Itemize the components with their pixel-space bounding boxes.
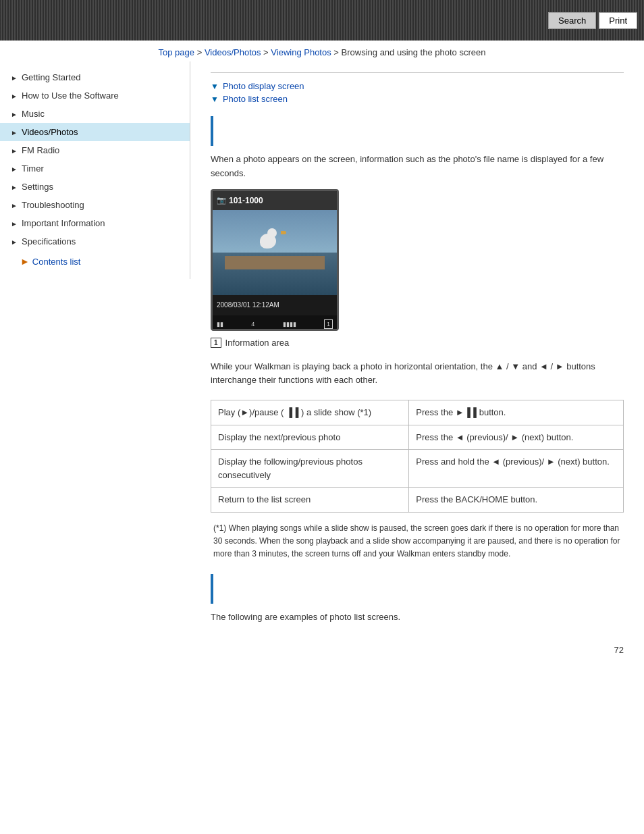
photo-list-title-row	[211, 574, 624, 604]
photo-list-link-label: Photo list screen	[223, 94, 288, 104]
sidebar-item-label: Music	[22, 109, 45, 119]
action-cell: Display the next/previous photo	[211, 425, 409, 450]
footnote: (*1) When playing songs while a slide sh…	[211, 522, 624, 561]
device-photo-area	[213, 210, 337, 295]
sidebar-item-music[interactable]: ► Music	[0, 105, 190, 123]
triangle-icon: ▼	[211, 95, 219, 104]
sidebar-item-label: Settings	[22, 182, 53, 192]
battery-icon: ▮▮▮▮	[283, 321, 296, 328]
arrow-icon: ►	[11, 111, 18, 118]
sidebar: ► Getting Started ► How to Use the Softw…	[0, 61, 190, 279]
photo-list-intro: The following are examples of photo list…	[211, 610, 624, 625]
playback-note: While your Walkman is playing back a pho…	[211, 360, 624, 388]
info-box-number: 1	[211, 338, 221, 348]
arrow-icon: ►	[11, 220, 18, 227]
triangle-icon: ▼	[211, 82, 219, 91]
section-links: ▼ Photo display screen ▼ Photo list scre…	[211, 81, 624, 104]
sidebar-item-label: Troubleshooting	[22, 200, 84, 210]
photo-display-link[interactable]: ▼ Photo display screen	[211, 81, 624, 91]
photo-display-link-label: Photo display screen	[223, 81, 304, 91]
arrow-icon: ►	[11, 147, 18, 154]
photo-display-intro: When a photo appears on the screen, info…	[211, 153, 624, 181]
contents-list-label: Contents list	[32, 257, 81, 267]
info-area-text: Information area	[225, 338, 290, 348]
sidebar-item-how-to-use[interactable]: ► How to Use the Software	[0, 86, 190, 105]
device-filename: 101-1000	[229, 196, 263, 205]
table-row: Display the next/previous photoPress the…	[211, 425, 624, 450]
sidebar-item-label: Videos/Photos	[22, 127, 78, 137]
device-image: 📷 101-1000 2008/03/01 12:	[211, 189, 346, 331]
device-top-bar: 📷 101-1000	[213, 191, 337, 210]
callout-number: 1	[324, 319, 333, 329]
device-screen: 📷 101-1000 2008/03/01 12:	[211, 189, 339, 331]
table-row: Display the following/previous photos co…	[211, 450, 624, 488]
arrow-icon: ►	[11, 202, 18, 209]
sidebar-item-label: Getting Started	[22, 72, 80, 82]
breadcrumb-videos-photos[interactable]: Videos/Photos	[205, 47, 261, 57]
bird-scene	[213, 210, 337, 295]
sidebar-item-label: Timer	[22, 163, 44, 174]
header: Search Print	[0, 0, 644, 41]
breadcrumb-sep1: >	[197, 47, 205, 57]
sidebar-item-settings[interactable]: ► Settings	[0, 178, 190, 196]
instruction-cell: Press the ◄ (previous)/ ► (next) button.	[409, 425, 624, 450]
breadcrumb-sep3: >	[333, 47, 341, 57]
camera-icon: 📷	[217, 196, 226, 205]
info-area-label: 1 Information area	[211, 338, 624, 348]
action-cell: Play (►)/pause ( ▐▐ ) a slide show (*1)	[211, 400, 409, 425]
arrow-icon: ►	[11, 129, 18, 136]
sidebar-item-getting-started[interactable]: ► Getting Started	[0, 68, 190, 86]
device-counter: 4	[251, 321, 254, 328]
device-controls: ▮▮ 4 ▮▮▮▮ 1	[213, 315, 337, 331]
action-cell: Display the following/previous photos co…	[211, 450, 409, 488]
sidebar-item-label: FM Radio	[22, 145, 59, 155]
action-cell: Return to the list screen	[211, 488, 409, 513]
instruction-cell: Press and hold the ◄ (previous)/ ► (next…	[409, 450, 624, 488]
print-button[interactable]: Print	[599, 12, 637, 29]
breadcrumb-viewing-photos[interactable]: Viewing Photos	[271, 47, 331, 57]
sidebar-item-label: Important Information	[22, 218, 105, 228]
device-bottom-bar: 2008/03/01 12:12AM	[213, 295, 337, 315]
breadcrumb-top-page[interactable]: Top page	[159, 47, 195, 57]
action-table: Play (►)/pause ( ▐▐ ) a slide show (*1)P…	[211, 400, 624, 513]
top-divider	[211, 72, 624, 73]
dock	[225, 256, 324, 269]
device-datetime: 2008/03/01 12:12AM	[217, 301, 279, 309]
contents-list-link[interactable]: ► Contents list	[0, 251, 190, 272]
arrow-right-icon: ►	[20, 256, 30, 267]
section-bar	[211, 574, 213, 604]
sidebar-item-specifications[interactable]: ► Specifications	[0, 232, 190, 251]
arrow-icon: ►	[11, 238, 18, 245]
sidebar-item-label: How to Use the Software	[22, 90, 119, 101]
sidebar-item-troubleshooting[interactable]: ► Troubleshooting	[0, 196, 190, 214]
arrow-icon: ►	[11, 184, 18, 190]
sidebar-item-timer[interactable]: ► Timer	[0, 159, 190, 178]
pause-icon: ▮▮	[217, 321, 223, 328]
instruction-cell: Press the ►▐▐ button.	[409, 400, 624, 425]
search-button[interactable]: Search	[548, 12, 596, 29]
footnote-text: (*1) When playing songs while a slide sh…	[213, 523, 620, 558]
arrow-icon: ►	[11, 74, 18, 81]
sidebar-item-fm-radio[interactable]: ► FM Radio	[0, 141, 190, 159]
main-content: ▼ Photo display screen ▼ Photo list scre…	[190, 61, 644, 638]
breadcrumb-current: Browsing and using the photo screen	[342, 47, 486, 57]
table-row: Return to the list screenPress the BACK/…	[211, 488, 624, 513]
photo-display-title-row	[211, 116, 624, 146]
photo-list-link[interactable]: ▼ Photo list screen	[211, 94, 624, 104]
breadcrumb-sep2: >	[263, 47, 271, 57]
sidebar-item-important-information[interactable]: ► Important Information	[0, 214, 190, 232]
breadcrumb: Top page > Videos/Photos > Viewing Photo…	[0, 41, 644, 61]
page-number: 72	[0, 638, 644, 662]
bird-beak	[281, 231, 286, 234]
main-layout: ► Getting Started ► How to Use the Softw…	[0, 61, 644, 638]
sidebar-item-videos-photos[interactable]: ► Videos/Photos	[0, 123, 190, 141]
section-bar	[211, 116, 213, 146]
table-row: Play (►)/pause ( ▐▐ ) a slide show (*1)P…	[211, 400, 624, 425]
instruction-cell: Press the BACK/HOME button.	[409, 488, 624, 513]
sidebar-item-label: Specifications	[22, 236, 76, 246]
arrow-icon: ►	[11, 93, 18, 99]
arrow-icon: ►	[11, 165, 18, 172]
